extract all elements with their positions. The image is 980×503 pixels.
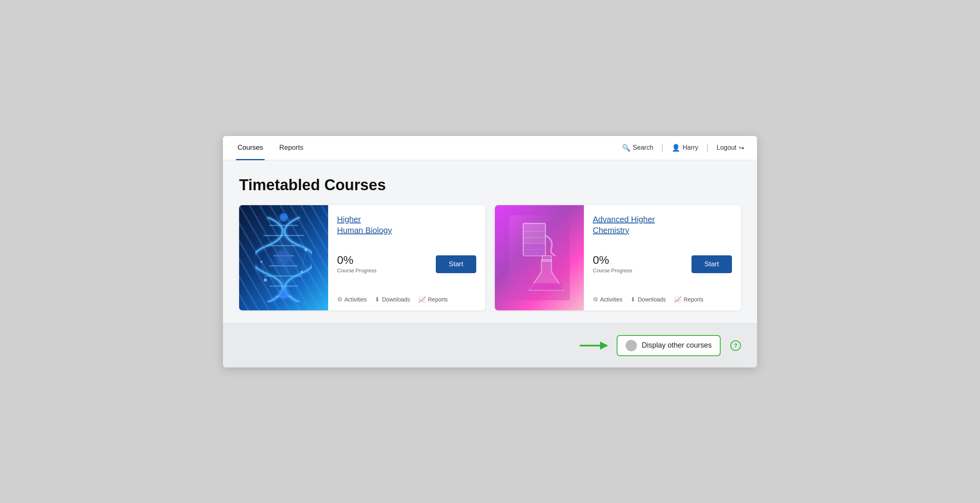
activities-icon-chem: ⚙ (593, 296, 598, 303)
progress-label-chem: Course Progress (593, 267, 632, 274)
downloads-link-chem[interactable]: ⬇ Downloads (630, 296, 666, 303)
nav-divider-1: | (662, 143, 664, 153)
reports-icon-bio: 📈 (418, 296, 426, 303)
toggle-circle (626, 340, 637, 351)
nav-tabs: Courses Reports (236, 136, 305, 160)
svg-point-10 (279, 289, 288, 299)
progress-row-chem: 0% Course Progress Start (593, 255, 732, 274)
svg-point-9 (276, 250, 291, 265)
card-links-chem: ⚙ Activities ⬇ Downloads 📈 Reports (593, 296, 732, 303)
course-card-chem: Advanced Higher Chemistry 0% Course Prog… (495, 205, 741, 310)
course-image-chem (495, 205, 584, 310)
svg-line-16 (302, 250, 306, 272)
footer: Display other courses ? (223, 323, 757, 367)
nav-tab-reports[interactable]: Reports (278, 136, 305, 160)
downloads-link-bio[interactable]: ⬇ Downloads (375, 296, 410, 303)
card-links-bio: ⚙ Activities ⬇ Downloads 📈 Reports (337, 296, 476, 303)
display-other-toggle[interactable]: Display other courses (617, 335, 721, 356)
card-body-chem: Advanced Higher Chemistry 0% Course Prog… (584, 205, 741, 310)
activities-icon-bio: ⚙ (337, 296, 342, 303)
search-icon: 🔍 (622, 144, 630, 152)
svg-marker-26 (600, 342, 608, 350)
course-title-bio[interactable]: Higher Human Biology (337, 214, 476, 236)
main-window: Courses Reports 🔍 Search | 👤 Harry | Log… (223, 136, 757, 367)
card-body-bio: Higher Human Biology 0% Course Progress … (328, 205, 485, 310)
downloads-icon-bio: ⬇ (375, 296, 380, 303)
user-menu[interactable]: 👤 Harry (672, 144, 698, 152)
progress-label-bio: Course Progress (337, 267, 377, 274)
navbar: Courses Reports 🔍 Search | 👤 Harry | Log… (223, 136, 757, 160)
main-content: Timetabled Courses (223, 160, 757, 323)
activities-link-bio[interactable]: ⚙ Activities (337, 296, 367, 303)
progress-info-chem: 0% Course Progress (593, 255, 632, 274)
progress-row-bio: 0% Course Progress Start (337, 255, 476, 274)
reports-link-bio[interactable]: 📈 Reports (418, 296, 448, 303)
courses-row: Higher Human Biology 0% Course Progress … (239, 205, 741, 310)
nav-divider-2: | (706, 143, 708, 153)
course-card-bio: Higher Human Biology 0% Course Progress … (239, 205, 485, 310)
start-button-bio[interactable]: Start (436, 255, 476, 273)
search-button[interactable]: 🔍 Search (622, 144, 653, 152)
logout-button[interactable]: Logout ↪ (717, 144, 744, 152)
progress-info-bio: 0% Course Progress (337, 255, 377, 274)
user-icon: 👤 (672, 144, 680, 152)
start-button-chem[interactable]: Start (692, 255, 732, 273)
course-title-chem[interactable]: Advanced Higher Chemistry (593, 214, 732, 236)
logout-icon: ↪ (739, 144, 744, 152)
green-arrow (578, 337, 610, 354)
course-image-bio (239, 205, 328, 310)
section-title: Timetabled Courses (239, 176, 741, 194)
reports-link-chem[interactable]: 📈 Reports (674, 296, 704, 303)
nav-tab-courses[interactable]: Courses (236, 136, 265, 160)
svg-rect-24 (509, 215, 570, 300)
help-button[interactable]: ? (730, 340, 741, 351)
reports-icon-chem: 📈 (674, 296, 682, 303)
progress-pct-chem: 0% (593, 255, 632, 266)
downloads-icon-chem: ⬇ (630, 296, 636, 303)
display-other-label: Display other courses (642, 341, 712, 350)
nav-right: 🔍 Search | 👤 Harry | Logout ↪ (622, 143, 744, 153)
svg-point-8 (280, 213, 288, 221)
progress-pct-bio: 0% (337, 255, 377, 266)
activities-link-chem[interactable]: ⚙ Activities (593, 296, 622, 303)
display-other-wrapper: Display other courses ? (578, 335, 741, 356)
